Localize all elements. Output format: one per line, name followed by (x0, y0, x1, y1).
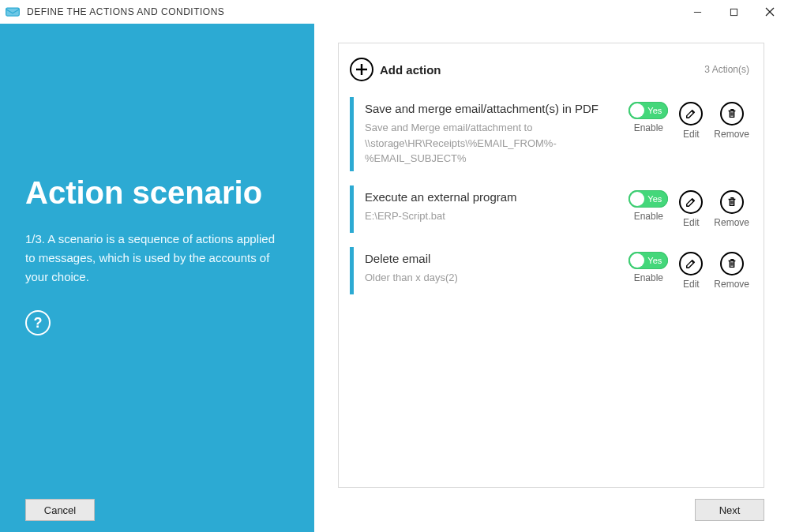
toggle-knob (630, 192, 644, 206)
edit-label: Edit (683, 129, 700, 140)
minimize-button[interactable] (679, 0, 715, 24)
trash-icon (726, 108, 737, 119)
trash-icon (726, 258, 737, 269)
action-title: Save and merge email/attachment(s) in PD… (365, 102, 621, 115)
close-button[interactable] (752, 0, 788, 24)
remove-button[interactable] (720, 252, 744, 275)
app-icon (5, 4, 21, 20)
add-action-button[interactable] (350, 58, 373, 81)
page-title: Action scenario (25, 175, 289, 211)
pencil-icon (685, 258, 696, 269)
remove-button[interactable] (720, 190, 744, 214)
remove-label: Remove (714, 217, 749, 228)
toggle-knob (630, 253, 644, 268)
pencil-icon (685, 108, 696, 119)
cancel-button[interactable]: Cancel (25, 499, 95, 521)
actions-header: Add action 3 Action(s) (350, 58, 749, 81)
edit-button[interactable] (679, 252, 703, 275)
enable-toggle[interactable]: Yes (629, 102, 668, 119)
add-action-label: Add action (380, 63, 441, 77)
remove-label: Remove (714, 129, 749, 140)
enable-label: Enable (634, 272, 663, 283)
pencil-icon (685, 197, 696, 208)
edit-button[interactable] (679, 190, 703, 214)
toggle-yes-label: Yes (647, 194, 662, 204)
action-row: Save and merge email/attachment(s) in PD… (350, 97, 749, 171)
maximize-button[interactable] (715, 0, 752, 24)
actions-count: 3 Action(s) (704, 64, 749, 75)
action-row: Execute an external program E:\ERP-Scrip… (350, 185, 749, 233)
enable-toggle[interactable]: Yes (629, 252, 668, 269)
plus-icon (355, 63, 368, 76)
remove-button[interactable] (720, 102, 744, 126)
main-panel: Add action 3 Action(s) Save and merge em… (314, 24, 788, 532)
enable-toggle[interactable]: Yes (629, 190, 668, 208)
action-subtitle: Older than x days(2) (365, 270, 621, 286)
actions-container: Add action 3 Action(s) Save and merge em… (338, 43, 764, 488)
edit-button[interactable] (679, 102, 703, 126)
action-subtitle: Save and Merge email/attachment to \\sto… (365, 120, 621, 167)
sidebar: Action scenario 1/3. A scenario is a seq… (0, 24, 314, 532)
toggle-yes-label: Yes (647, 256, 662, 265)
titlebar: DEFINE THE ACTIONS AND CONDITIONS (0, 0, 788, 24)
page-subtitle: 1/3. A scenario is a sequence of actions… (25, 230, 286, 287)
svg-rect-2 (730, 9, 737, 15)
svg-rect-0 (6, 8, 20, 16)
action-title: Execute an external program (365, 190, 621, 204)
remove-label: Remove (714, 279, 749, 290)
enable-label: Enable (634, 122, 663, 133)
help-button[interactable]: ? (25, 310, 51, 335)
action-title: Delete email (365, 252, 621, 265)
enable-label: Enable (634, 211, 663, 222)
next-button[interactable]: Next (695, 499, 764, 521)
action-subtitle: E:\ERP-Script.bat (365, 208, 621, 224)
toggle-knob (630, 103, 644, 118)
toggle-yes-label: Yes (647, 106, 662, 115)
trash-icon (726, 197, 737, 208)
action-row: Delete email Older than x days(2) Yes En… (350, 247, 749, 294)
window-title: DEFINE THE ACTIONS AND CONDITIONS (27, 6, 224, 17)
edit-label: Edit (683, 217, 700, 228)
edit-label: Edit (683, 279, 700, 290)
